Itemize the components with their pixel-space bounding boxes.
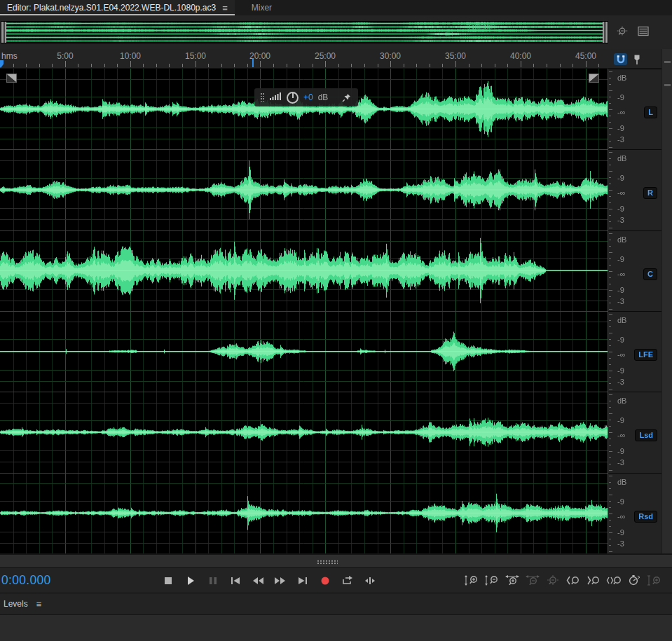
amplitude-ruler-ticks <box>609 474 614 553</box>
db-scale-label: -3 <box>617 458 624 467</box>
scrollbar-mark <box>664 61 671 63</box>
db-scale-label: -9 <box>617 286 624 294</box>
ruler-tick <box>364 64 365 67</box>
fade-in-handle[interactable] <box>6 74 17 83</box>
ruler-tick <box>416 64 417 67</box>
channel-badge-Lsd[interactable]: Lsd <box>635 429 657 441</box>
skip-to-end-button[interactable] <box>294 573 310 588</box>
overview-left-handle[interactable] <box>1 22 6 43</box>
db-scale-label: -3 <box>617 378 624 386</box>
ruler-tick <box>495 64 495 67</box>
ruler-tick <box>404 64 404 67</box>
zoom-to-out-point-button[interactable] <box>585 573 601 588</box>
zoom-out-full-button[interactable] <box>544 573 561 588</box>
rewind-button[interactable] <box>249 573 266 588</box>
ruler-tick <box>287 64 287 67</box>
channel-controls-Lsd: dB-9-∞-9-3Lsd <box>608 392 661 472</box>
reset-vertical-zoom-button[interactable] <box>646 573 662 588</box>
ruler-time-label: 15:00 <box>185 51 206 61</box>
levels-panel-body <box>0 614 672 641</box>
db-scale-label: dB <box>617 316 626 324</box>
snap-magnet-icon[interactable] <box>614 53 627 65</box>
stop-button[interactable] <box>160 573 176 588</box>
level-meter-icon <box>269 91 282 104</box>
ruler-tick <box>52 64 53 67</box>
skip-to-start-button[interactable] <box>227 573 243 588</box>
ruler-tick <box>455 61 456 67</box>
db-scale-label: -9 <box>617 447 624 455</box>
channel-badge-L[interactable]: L <box>644 106 657 118</box>
overview-menu-icon[interactable] <box>636 25 650 37</box>
loop-playback-button[interactable] <box>339 573 355 588</box>
ruler-tick <box>469 64 469 67</box>
waveform-display[interactable] <box>0 69 608 553</box>
divider-grip[interactable] <box>317 560 338 565</box>
channel-badge-Rsd[interactable]: Rsd <box>634 511 657 523</box>
zoom-tools <box>463 568 662 593</box>
gain-knob[interactable] <box>287 92 299 104</box>
tab-editor[interactable]: Editor: Plakat.nelzya.S01.E04.2022.WEB-D… <box>0 0 235 15</box>
ruler-tick <box>169 64 170 67</box>
play-button[interactable] <box>182 573 198 588</box>
timed-record-button[interactable] <box>626 573 642 588</box>
db-scale-label: -9 <box>617 124 624 132</box>
db-scale-label: dB <box>617 154 626 163</box>
fade-out-handle[interactable] <box>589 74 599 83</box>
panel-divider[interactable] <box>0 553 672 567</box>
zoom-to-selection-button[interactable] <box>605 573 622 588</box>
db-scale-label: -3 <box>617 297 624 305</box>
pause-button[interactable] <box>205 573 221 588</box>
db-scale-label: -∞ <box>617 431 626 439</box>
cue-marker[interactable] <box>252 58 254 67</box>
skip-selection-button[interactable] <box>362 573 378 588</box>
ruler-tick <box>325 61 326 67</box>
fast-forward-button[interactable] <box>272 573 288 588</box>
overview-right-handle[interactable] <box>603 22 608 43</box>
amplitude-ruler-ticks <box>609 392 614 472</box>
pin-hud-icon[interactable] <box>341 92 352 103</box>
amplitude-ruler-ticks <box>609 312 614 392</box>
db-scale-label: dB <box>617 478 626 486</box>
zoom-in-time-button[interactable] <box>504 573 520 588</box>
ruler-time-label: 45:00 <box>575 51 596 61</box>
ruler-time-label: 25:00 <box>315 51 336 61</box>
gain-unit-label: dB <box>318 92 329 102</box>
zoom-to-in-point-button[interactable] <box>565 573 581 588</box>
add-marker-icon[interactable] <box>631 53 643 65</box>
overview-waveform[interactable] <box>6 22 603 43</box>
channel-badge-R[interactable]: R <box>643 187 657 199</box>
levels-menu-icon[interactable]: ≡ <box>36 600 42 609</box>
overview-range[interactable] <box>1 21 608 43</box>
ruler-tick <box>221 64 222 67</box>
gain-value[interactable]: +0 <box>303 92 313 102</box>
hud-drag-handle[interactable] <box>261 93 264 102</box>
ruler-tick <box>65 61 66 67</box>
db-scale-label: -3 <box>617 135 624 144</box>
amplitude-ruler-ticks <box>609 69 614 149</box>
timeline-ruler[interactable]: hms 5:0010:0015:0020:0025:0030:0035:0040… <box>0 49 661 69</box>
time-display[interactable]: 0:00.000 <box>1 573 51 588</box>
db-scale-label: -3 <box>617 216 624 224</box>
zoom-in-amplitude-button[interactable] <box>463 573 479 588</box>
db-scale-label: -9 <box>617 336 624 344</box>
ruler-time-label: 10:00 <box>120 51 141 61</box>
channel-controls-LFE: dB-9-∞-9-3LFE <box>608 311 661 392</box>
record-button[interactable] <box>317 573 333 588</box>
ruler-tick <box>196 61 196 67</box>
overview-navigator <box>0 15 672 49</box>
channel-badge-C[interactable]: C <box>643 268 657 280</box>
playhead-handle[interactable] <box>0 60 4 68</box>
zoom-out-time-button[interactable] <box>524 573 540 588</box>
ruler-tick <box>143 64 144 67</box>
ruler-tick <box>234 64 235 67</box>
tab-mixer[interactable]: Mixer <box>245 3 279 13</box>
ruler-unit-label: hms <box>1 51 18 61</box>
channel-controls-column: dB-9-∞-9-3LdB-9-∞-9-3RdB-9-∞-9-3CdB-9-∞-… <box>608 69 661 553</box>
panel-menu-icon[interactable]: ≡ <box>222 4 228 13</box>
vertical-scrollbar[interactable] <box>661 49 672 553</box>
zoom-out-full-icon[interactable] <box>615 25 629 37</box>
ruler-tick <box>78 64 78 67</box>
ruler-tick <box>182 64 183 67</box>
channel-badge-LFE[interactable]: LFE <box>634 349 657 361</box>
zoom-out-amplitude-button[interactable] <box>484 573 500 588</box>
